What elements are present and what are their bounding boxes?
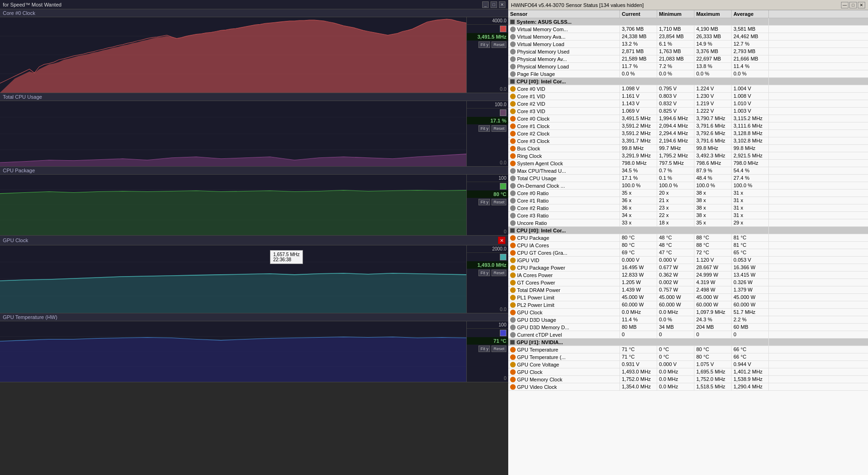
fit-button-gtemp[interactable]: Fit y [478,346,490,352]
table-row[interactable]: GT Cores Power 1.205 W 0.002 W 4.319 W 0… [508,279,868,286]
sensor-average: 100.0 % [732,182,769,189]
sensor-minimize[interactable]: — [841,2,848,8]
table-row[interactable]: GPU D3D Memory D... 80 MB 34 MB 204 MB 6… [508,324,868,331]
table-row[interactable]: PL2 Power Limit 60.000 W 60.000 W 60.000… [508,301,868,309]
table-row[interactable]: Ring Clock 3,291.9 MHz 1,795.2 MHz 3,492… [508,152,868,160]
sensor-current: 0.0 MHz [620,309,657,316]
table-row[interactable]: CPU IA Cores 80 °C 48 °C 88 °C 81 °C [508,242,868,249]
table-row[interactable]: Core #2 Ratio 36 x 23 x 38 x 31 x [508,204,868,212]
table-row[interactable]: Core #0 Clock 3,491.5 MHz 1,994.6 MHz 3,… [508,115,868,122]
graph-core-clock-svg [0,17,466,93]
fit-button-gpu[interactable]: Fit y [478,270,490,276]
table-row[interactable]: GPU D3D Usage 11.4 % 0.0 % 24.3 % 2.2 % [508,316,868,324]
table-row[interactable]: Core #2 VID 1.143 V 0.832 V 1.219 V 1.01… [508,100,868,108]
reset-button-cpu[interactable]: Reset [491,125,506,132]
sensor-icon [510,64,516,69]
sensor-minimum: 100.0 % [657,182,694,189]
graph-title-gpu: GPU Clock [3,238,28,243]
table-row[interactable]: Total CPU Usage 17.1 % 0.1 % 48.4 % 27.4… [508,175,868,182]
sensor-minimum: 34 MB [657,324,694,331]
table-row[interactable]: GPU Video Clock 1,354.0 MHz 0.0 MHz 1,51… [508,383,868,391]
sensor-average: 1,290.4 MHz [732,383,769,390]
sensor-minimum: 21,083 MB [657,55,694,62]
sensor-current: 99.8 MHz [620,145,657,152]
table-row[interactable]: Max CPU/Thread U... 34.5 % 0.7 % 87.9 % … [508,167,868,175]
graph-close-gpu[interactable]: ✕ [498,237,505,244]
table-row[interactable]: Physical Memory Used 2,871 MB 1,763 MB 3… [508,48,868,55]
table-row[interactable]: Core #0 VID 1.098 V 0.795 V 1.224 V 1.00… [508,85,868,93]
fit-button[interactable]: Fit y [478,41,490,48]
sensor-maximum: 2.498 W [694,286,732,293]
sensor-label: Core #0 VID [517,86,545,92]
sensor-maximize[interactable]: □ [849,2,857,8]
graph-current-gtemp: 71 °C [467,337,508,345]
sensor-label: GPU Clock [517,310,542,315]
table-row[interactable]: On-Demand Clock ... 100.0 % 100.0 % 100.… [508,182,868,190]
table-row[interactable]: Core #3 Clock 3,391.7 MHz 2,194.6 MHz 3,… [508,137,868,145]
svg-marker-14 [0,190,466,235]
sensor-minimum: 0.803 V [657,93,694,100]
table-row[interactable]: Core #3 Ratio 34 x 22 x 38 x 31 x [508,212,868,219]
table-row[interactable]: Core #0 Ratio 35 x 20 x 38 x 31 x [508,190,868,197]
sensor-average: 31 x [732,204,769,211]
fit-button-pkg[interactable]: Fit y [478,199,490,205]
table-row[interactable]: Bus Clock 99.8 MHz 99.7 MHz 99.8 MHz 99.… [508,145,868,152]
table-row[interactable]: IA Cores Power 12.833 W 0.362 W 24.999 W… [508,271,868,279]
table-row[interactable]: Core #3 VID 1.069 V 0.825 V 1.222 V 1.00… [508,108,868,115]
table-row[interactable]: Virtual Memory Com... 3,706 MB 1,710 MB … [508,26,868,33]
table-row[interactable]: Core #1 VID 1.161 V 0.803 V 1.230 V 1.00… [508,93,868,100]
fit-button-cpu[interactable]: Fit y [478,125,490,132]
table-row[interactable]: GPU Clock 0.0 MHz 0.0 MHz 1,097.9 MHz 51… [508,309,868,316]
sensor-average: 0.0 % [732,70,769,77]
table-row[interactable]: PL1 Power Limit 45.000 W 45.000 W 45.000… [508,294,868,301]
table-row[interactable]: Core #1 Ratio 36 x 21 x 38 x 31 x [508,197,868,204]
table-row[interactable]: Current cTDP Level 0 0 0 0 [508,331,868,339]
sensor-maximum: 45.000 W [694,294,732,301]
maximize-button[interactable]: □ [491,1,497,8]
table-row[interactable]: Total DRAM Power 1.439 W 0.757 W 2.498 W… [508,286,868,294]
table-row[interactable]: GPU Memory Clock 1,752.0 MHz 0.0 MHz 1,7… [508,376,868,383]
table-row[interactable]: Physical Memory Load 11.7 % 7.2 % 13.8 %… [508,63,868,70]
sensor-maximum: 1.222 V [694,108,732,115]
sensor-minimum: 48 °C [657,234,694,241]
minimize-button[interactable]: _ [482,1,489,8]
sensor-minimum: 23 x [657,204,694,211]
sensor-minimum: 0 [657,331,694,338]
sensor-label: Total DRAM Power [517,287,560,293]
sensor-label: GPU Core Voltage [517,362,559,367]
table-row[interactable]: Virtual Memory Ava... 24,338 MB 23,854 M… [508,33,868,41]
table-row[interactable]: CPU Package 80 °C 48 °C 88 °C 81 °C [508,234,868,242]
table-row[interactable]: Core #1 Clock 3,591.2 MHz 2,094.4 MHz 3,… [508,122,868,130]
graph-controls-core-clock: 4000.0 3,491.5 MHz Fit y Reset 0.0 [466,17,508,93]
sensor-maximum: 1.230 V [694,93,732,100]
reset-button-gpu[interactable]: Reset [491,270,506,276]
table-row[interactable]: GPU Temperature (... 71 °C 0 °C 80 °C 66… [508,353,868,361]
reset-button-gtemp[interactable]: Reset [491,346,506,352]
reset-button[interactable]: Reset [491,41,506,48]
sensor-icon [510,332,516,338]
sensor-minimum: 2,294.4 MHz [657,130,694,137]
sensor-current: 3,291.9 MHz [620,152,657,159]
table-row[interactable]: CPU Package Power 16.495 W 0.677 W 28.66… [508,264,868,271]
table-row[interactable]: Physical Memory Av... 21,589 MB 21,083 M… [508,55,868,63]
sensor-icon [510,34,516,40]
table-row[interactable]: GPU Core Voltage 0.931 V 0.000 V 1.075 V… [508,361,868,368]
table-row[interactable]: CPU GT Cores (Gra... 69 °C 47 °C 72 °C 6… [508,249,868,257]
graph-color-swatch-pkg [500,183,506,190]
sensor-minimum: 1,795.2 MHz [657,152,694,159]
sensor-average: 0.326 W [732,279,769,286]
graph-title-core-clock: Core #0 Clock [0,9,508,17]
reset-button-pkg[interactable]: Reset [491,199,506,205]
table-row[interactable]: Virtual Memory Load 13.2 % 6.1 % 14.9 % … [508,41,868,48]
table-row[interactable]: Uncore Ratio 33 x 18 x 35 x 29 x [508,219,868,227]
table-row[interactable]: GPU Temperature 71 °C 0 °C 80 °C 66 °C [508,346,868,353]
table-row[interactable]: Core #2 Clock 3,591.2 MHz 2,294.4 MHz 3,… [508,130,868,137]
sensor-close[interactable]: ✕ [858,2,865,8]
table-row[interactable]: Page File Usage 0.0 % 0.0 % 0.0 % 0.0 % [508,70,868,78]
table-row[interactable]: System Agent Clock 798.0 MHz 797.5 MHz 7… [508,160,868,167]
sensor-icon [510,94,516,99]
table-row[interactable]: GPU Clock 1,493.0 MHz 0.0 MHz 1,695.5 MH… [508,368,868,376]
close-button[interactable]: ✕ [499,1,505,8]
table-row[interactable]: iGPU VID 0.000 V 0.000 V 1.120 V 0.053 V [508,257,868,264]
sensor-name: Total CPU Usage [508,175,620,182]
